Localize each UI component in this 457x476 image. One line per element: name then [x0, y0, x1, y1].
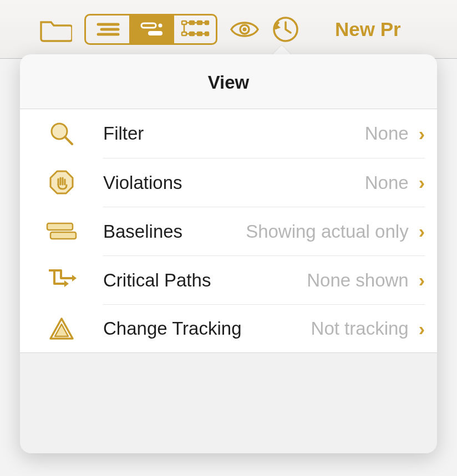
svg-point-4: [158, 23, 162, 27]
row-value: None: [365, 172, 419, 193]
change-tracking-icon: [20, 316, 103, 341]
svg-marker-26: [50, 171, 73, 193]
project-title: New Pr: [335, 18, 401, 40]
seg-gantt[interactable]: [129, 16, 172, 43]
view-icon[interactable]: [230, 18, 260, 40]
svg-marker-29: [72, 275, 77, 281]
row-value: Showing actual only: [246, 221, 419, 242]
row-value: Not tracking: [311, 318, 419, 339]
row-baselines[interactable]: Baselines Showing actual only ›: [20, 207, 437, 255]
svg-rect-9: [205, 21, 209, 24]
svg-rect-6: [182, 21, 186, 24]
chevron-right-icon: ›: [419, 123, 425, 145]
folder-icon[interactable]: [39, 17, 72, 42]
view-options-list: Filter None › Violations None ›: [20, 109, 437, 353]
row-value: None: [365, 123, 419, 144]
search-icon: [20, 120, 103, 147]
row-change-tracking[interactable]: Change Tracking Not tracking ›: [20, 304, 437, 353]
chevron-right-icon: ›: [419, 269, 425, 291]
view-popover: View Filter None ›: [20, 54, 437, 453]
row-label: Critical Paths: [103, 270, 211, 291]
chevron-right-icon: ›: [419, 318, 425, 340]
row-label: Change Tracking: [103, 318, 241, 339]
toolbar: New Pr: [0, 0, 457, 59]
baselines-icon: [20, 220, 103, 242]
history-icon[interactable]: [272, 16, 299, 43]
svg-rect-8: [197, 21, 202, 24]
seg-network[interactable]: [172, 16, 216, 43]
stop-hand-icon: [20, 169, 103, 196]
svg-rect-27: [47, 223, 73, 230]
svg-rect-15: [197, 32, 202, 35]
svg-rect-16: [205, 32, 209, 35]
chevron-right-icon: ›: [419, 172, 425, 193]
view-mode-segmented: [84, 14, 217, 45]
svg-line-25: [65, 137, 72, 144]
svg-rect-7: [190, 21, 194, 24]
svg-rect-13: [182, 32, 186, 35]
svg-rect-5: [148, 31, 163, 35]
row-filter[interactable]: Filter None ›: [20, 109, 437, 158]
seg-outline[interactable]: [86, 16, 129, 43]
critical-path-icon: [20, 267, 103, 293]
svg-rect-28: [50, 232, 76, 239]
chevron-right-icon: ›: [419, 221, 425, 242]
row-critical-paths[interactable]: Critical Paths None shown ›: [20, 255, 437, 304]
row-value: None shown: [307, 270, 418, 291]
popover-title: View: [20, 54, 437, 109]
row-label: Filter: [103, 123, 144, 144]
svg-marker-30: [64, 280, 69, 287]
svg-point-22: [243, 27, 247, 31]
svg-rect-3: [141, 23, 156, 28]
row-label: Violations: [103, 172, 182, 193]
row-violations[interactable]: Violations None ›: [20, 158, 437, 207]
row-label: Baselines: [103, 221, 182, 242]
svg-rect-14: [190, 32, 194, 35]
